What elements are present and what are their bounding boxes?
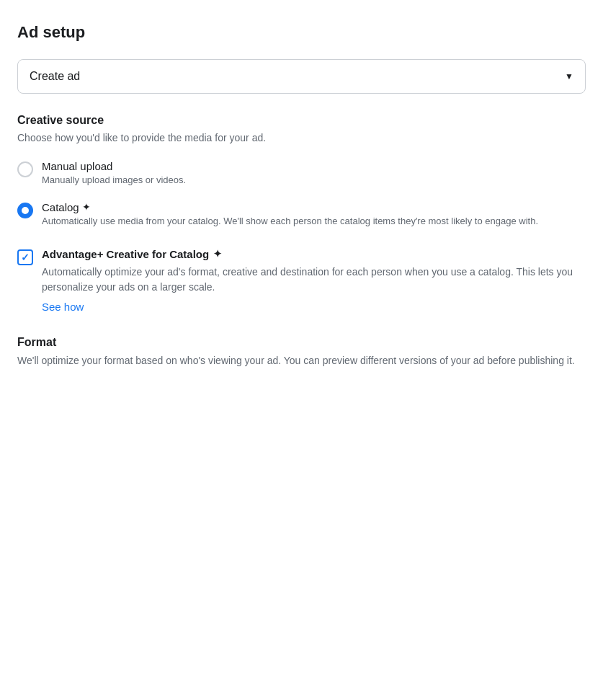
advantage-sparkle-icon: ✦ [213, 248, 222, 260]
creative-source-section: Creative source Choose how you'd like to… [17, 114, 586, 228]
format-description: We'll optimize your format based on who'… [17, 353, 586, 368]
format-title: Format [17, 336, 586, 349]
manual-upload-radio[interactable] [17, 161, 33, 177]
create-ad-dropdown-button[interactable]: Create ad ▼ [17, 59, 586, 94]
advantage-creative-title: Advantage+ Creative for Catalog ✦ [42, 248, 586, 260]
creative-source-description: Choose how you'd like to provide the med… [17, 131, 586, 146]
advantage-creative-section: ✓ Advantage+ Creative for Catalog ✦ Auto… [17, 245, 586, 316]
catalog-option[interactable]: Catalog ✦ Automatically use media from y… [17, 201, 586, 228]
page-title: Ad setup [17, 23, 586, 42]
manual-upload-option[interactable]: Manual upload Manually upload images or … [17, 160, 586, 187]
manual-upload-label: Manual upload Manually upload images or … [42, 160, 186, 187]
see-how-link[interactable]: See how [42, 301, 586, 313]
manual-upload-subtitle: Manually upload images or videos. [42, 174, 186, 187]
catalog-subtitle: Automatically use media from your catalo… [42, 215, 538, 228]
creative-source-title: Creative source [17, 114, 586, 127]
catalog-title: Catalog ✦ [42, 201, 538, 213]
format-section: Format We'll optimize your format based … [17, 336, 586, 368]
manual-upload-title: Manual upload [42, 160, 186, 172]
checkmark-icon: ✓ [21, 252, 30, 263]
catalog-sparkle-icon: ✦ [82, 201, 91, 213]
dropdown-arrow-icon: ▼ [565, 71, 573, 81]
advantage-creative-description: Automatically optimize your ad's format,… [42, 265, 586, 295]
advantage-creative-checkbox[interactable]: ✓ [17, 249, 33, 265]
catalog-radio[interactable] [17, 203, 33, 218]
create-ad-dropdown[interactable]: Create ad ▼ [17, 59, 586, 94]
dropdown-label: Create ad [30, 70, 80, 83]
advantage-creative-label: Advantage+ Creative for Catalog ✦ Automa… [42, 248, 586, 313]
catalog-label: Catalog ✦ Automatically use media from y… [42, 201, 538, 228]
